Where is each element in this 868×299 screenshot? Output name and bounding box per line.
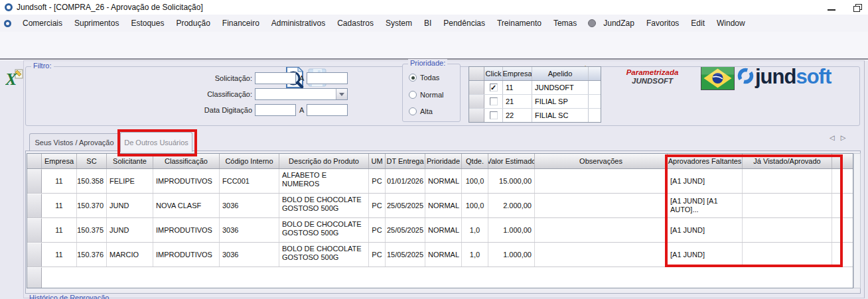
menu-item-pend-ncias[interactable]: Pendências (437, 15, 491, 32)
grid-cell[interactable]: 1.000,00 (488, 218, 535, 242)
grid-cell[interactable]: 01/01/2026 (386, 169, 425, 193)
menu-item-estoques[interactable]: Estoques (125, 15, 170, 32)
grid-cell[interactable]: 11 (42, 243, 77, 267)
grid-cell[interactable]: 1,0 (462, 218, 488, 242)
menu-item-jundzap[interactable]: JundZap (597, 15, 640, 32)
grid-cell[interactable]: BOLO DE CHOCOLATE GOSTOSO 500G (279, 194, 369, 217)
grid-cell[interactable] (535, 243, 668, 267)
row-indicator[interactable] (469, 95, 484, 108)
data-digitacao-to-input[interactable] (307, 104, 348, 116)
mdi-child-system-icon[interactable] (4, 20, 11, 27)
grid-cell[interactable] (743, 243, 832, 267)
row-indicator[interactable] (27, 243, 42, 267)
click-cell[interactable]: ✓ (484, 81, 503, 94)
priority-option-normal[interactable]: Normal (409, 91, 443, 99)
grid-cell[interactable]: BOLO DE CHOCOLATE GOSTOSO 500G (279, 243, 369, 267)
grid-cell[interactable]: MARCIO (107, 243, 153, 267)
row-indicator[interactable] (27, 194, 42, 217)
grid-header-j-vistado-aprovado[interactable]: Já Vistado/Aprovado (743, 154, 832, 168)
grid-header-dt-entrega[interactable]: DT Entrega (386, 154, 425, 168)
grid-cell[interactable] (743, 194, 832, 217)
row-indicator[interactable] (469, 81, 484, 94)
grid-header-prioridade[interactable]: Prioridade (425, 154, 462, 168)
grid-header-sc[interactable]: SC (77, 154, 107, 168)
grid-cell[interactable]: 25/05/2025 (386, 194, 425, 217)
grid-header-solicitante[interactable]: Solicitante (107, 154, 153, 168)
grid-header-empresa[interactable]: Empresa (42, 154, 77, 168)
grid-cell[interactable] (535, 169, 668, 193)
solicitacao-from-input[interactable] (255, 72, 296, 84)
grid-cell[interactable]: 11 (42, 194, 77, 217)
grid-cell[interactable]: IMPRODUTIVOS (153, 243, 220, 267)
solicitacao-to-input[interactable] (307, 72, 348, 84)
tab-scroll-left-icon[interactable]: ◁ (830, 134, 841, 141)
click-cell[interactable] (484, 109, 503, 122)
click-cell[interactable] (484, 95, 503, 108)
grid-cell[interactable]: 25/05/2025 (386, 218, 425, 242)
empresa-cell[interactable]: 22 (503, 109, 532, 122)
company-row[interactable]: 21FILIAL SP (469, 95, 601, 109)
grid-cell[interactable]: NORMAL (425, 218, 462, 242)
tab-de-outros-usuarios[interactable]: De Outros Usuários (120, 132, 192, 152)
grid-cell[interactable]: 150.376 (77, 243, 107, 267)
radio-icon[interactable] (409, 107, 417, 115)
menu-item-temas[interactable]: Temas (547, 15, 583, 32)
grid-cell[interactable]: NORMAL (425, 194, 462, 217)
grid-cell[interactable]: 3036 (220, 194, 279, 217)
grid-cell[interactable] (743, 169, 832, 193)
grid-cell[interactable]: PC (369, 194, 386, 217)
grid-cell[interactable]: 15.000,00 (488, 169, 535, 193)
grid-cell[interactable] (743, 218, 832, 242)
grid-cell[interactable]: JUND (107, 218, 153, 242)
grid-cell[interactable]: [A1 JUND] (668, 169, 743, 193)
radio-icon[interactable] (409, 91, 417, 99)
grid-cell[interactable]: 150.358 (77, 169, 107, 193)
grid-cell[interactable]: 15/05/2025 (386, 243, 425, 267)
grid-cell[interactable]: [A1 JUND] (668, 218, 743, 242)
menu-item-system[interactable]: System (380, 15, 418, 32)
grid-header-classifica-o[interactable]: Classificação (153, 154, 220, 168)
menu-item-window[interactable]: Window (711, 15, 751, 32)
grid-cell[interactable]: 11 (42, 218, 77, 242)
grid-cell[interactable]: NOVA CLASF (153, 194, 220, 217)
grid-cell[interactable] (535, 194, 668, 217)
company-row[interactable]: ✓11JUNDSOFT (469, 81, 601, 95)
grid-cell[interactable]: JUND (107, 194, 153, 217)
grid-header-valor-estimado[interactable]: Valor Estimado (488, 154, 535, 168)
grid-cell[interactable]: IMPRODUTIVOS (153, 169, 220, 193)
company-row[interactable]: 22FILIAL SC (469, 109, 601, 122)
minimize-button[interactable] (828, 9, 835, 11)
grid-cell[interactable] (535, 218, 668, 242)
menu-item-produ-o[interactable]: Produção (170, 15, 216, 32)
grid-cell[interactable]: PC (369, 169, 386, 193)
grid-header-aprovadores-faltantes[interactable]: Aprovadores Faltantes (668, 154, 743, 168)
tab-seus-vistos-aprovacao[interactable]: Seus Vistos / Aprovação (29, 133, 119, 151)
restore-button[interactable] (853, 4, 862, 12)
menu-item-treinamento[interactable]: Treinamento (491, 15, 547, 32)
menu-item-comerciais[interactable]: Comerciais (17, 15, 68, 32)
apelido-cell[interactable]: JUNDSOFT (532, 81, 589, 94)
grid-cell[interactable]: 1.000,00 (488, 243, 535, 267)
row-indicator[interactable] (469, 109, 484, 122)
grid-cell[interactable]: 3036 (220, 243, 279, 267)
grid-row[interactable]: 11150.376MARCIOIMPRODUTIVOS3036BOLO DE C… (27, 243, 853, 267)
excel-export-icon[interactable]: X (5, 68, 24, 87)
menu-item-edit[interactable]: Edit (685, 15, 711, 32)
grid-cell[interactable]: 1,0 (462, 243, 488, 267)
grid-cell[interactable]: [A1 JUND] [A1 AUTO]... (668, 194, 743, 217)
checkbox-icon[interactable] (490, 111, 498, 119)
grid-header-um[interactable]: UM (369, 154, 386, 168)
grid-vertical-scrollbar[interactable] (853, 153, 861, 288)
grid-cell[interactable]: 2.000,00 (488, 194, 535, 217)
grid-row[interactable]: 11150.370JUNDNOVA CLASF3036BOLO DE CHOCO… (27, 194, 853, 218)
grid-cell[interactable]: 150.370 (77, 194, 107, 217)
menu-item-bi[interactable]: BI (418, 15, 437, 32)
grid-cell[interactable]: NORMAL (425, 169, 462, 193)
grid-row[interactable]: 11150.375JUNDIMPRODUTIVOS3036BOLO DE CHO… (27, 218, 853, 243)
menu-item-financeiro[interactable]: Financeiro (216, 15, 265, 32)
menu-item-cadastros[interactable]: Cadastros (331, 15, 380, 32)
priority-option-alta[interactable]: Alta (409, 107, 433, 115)
grid-header-qtde-[interactable]: Qtde. (462, 154, 488, 168)
grid-header-c-digo-interno[interactable]: Código Interno (220, 154, 279, 168)
grid-cell[interactable]: [A1 JUND] (668, 243, 743, 267)
